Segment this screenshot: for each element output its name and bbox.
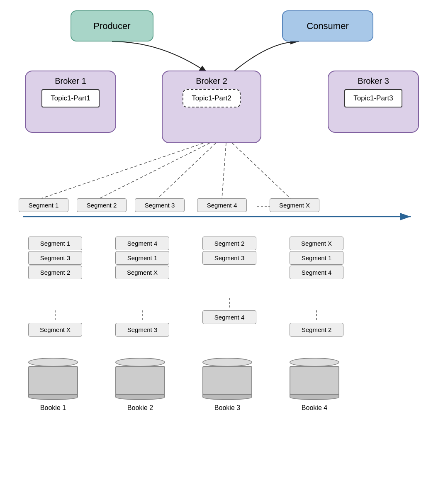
bookie4-label: Bookie 4 (302, 404, 327, 412)
broker1-topic: Topic1-Part1 (41, 89, 99, 107)
bookie4-cylinder: Bookie 4 (290, 357, 339, 412)
bookie3-top (202, 358, 252, 367)
bookie1-cylinder: Bookie 1 (28, 357, 78, 412)
svg-line-3 (100, 143, 209, 198)
stack4-seg1: Segment 1 (290, 251, 343, 265)
bookie2-cylinder: Bookie 2 (115, 357, 165, 412)
stack1-seg3: Segment 3 (28, 251, 82, 265)
stack2-seg1: Segment 1 (115, 251, 169, 265)
bookie1-body (28, 366, 78, 395)
bookie2-top (115, 358, 165, 367)
bookie4-body (290, 366, 339, 395)
broker3-topic: Topic1-Part3 (344, 89, 402, 107)
consumer-label: Consumer (307, 21, 348, 32)
bookie3-label: Bookie 3 (214, 404, 240, 412)
bookie3-body (202, 366, 252, 395)
broker1-title: Broker 1 (55, 76, 86, 86)
stack4-segx: Segment X (290, 237, 343, 250)
stack3-seg3: Segment 3 (202, 251, 256, 265)
broker1-box: Broker 1 Topic1-Part1 (25, 71, 116, 133)
bookie3-bottom (202, 394, 252, 400)
broker2-title: Broker 2 (196, 76, 227, 86)
stack3-seg4: Segment 4 (202, 310, 256, 324)
top-seg1: Segment 1 (19, 198, 68, 212)
producer-box: Producer (71, 10, 153, 41)
bookie3-cylinder: Bookie 3 (202, 357, 252, 412)
top-segx: Segment X (270, 198, 319, 212)
svg-line-5 (222, 143, 226, 198)
stack-bookie1: Segment 1 Segment 3 Segment 2 (28, 237, 82, 279)
svg-line-2 (41, 143, 203, 198)
bookie4-top (290, 358, 339, 367)
broker2-box: Broker 2 Topic1-Part2 (162, 71, 261, 143)
bookie1-top (28, 358, 78, 367)
svg-line-6 (232, 143, 290, 198)
stack4-seg4: Segment 4 (290, 266, 343, 279)
producer-label: Producer (93, 21, 130, 32)
stack1-segx: Segment X (28, 323, 82, 337)
stack3-seg2: Segment 2 (202, 237, 256, 250)
stack-bookie4: Segment X Segment 1 Segment 4 (290, 237, 343, 279)
stack-bookie3: Segment 2 Segment 3 (202, 237, 256, 265)
svg-line-4 (158, 143, 216, 198)
bookie2-label: Bookie 2 (127, 404, 153, 412)
stack4-seg2: Segment 2 (290, 323, 343, 337)
bookie4-bottom (290, 394, 339, 400)
top-seg2: Segment 2 (77, 198, 127, 212)
top-seg3: Segment 3 (135, 198, 185, 212)
stack2-seg3: Segment 3 (115, 323, 169, 337)
consumer-box: Consumer (282, 10, 373, 41)
broker3-box: Broker 3 Topic1-Part3 (328, 71, 419, 133)
broker3-title: Broker 3 (358, 76, 389, 86)
bookie2-body (115, 366, 165, 395)
stack1-seg2: Segment 2 (28, 266, 82, 279)
bookie1-bottom (28, 394, 78, 400)
stack1-seg1: Segment 1 (28, 237, 82, 250)
broker2-topic: Topic1-Part2 (183, 89, 240, 107)
stack2-segx: Segment X (115, 266, 169, 279)
bookie1-label: Bookie 1 (40, 404, 66, 412)
stack2-seg4: Segment 4 (115, 237, 169, 250)
stack-bookie2: Segment 4 Segment 1 Segment X (115, 237, 169, 279)
top-seg4: Segment 4 (197, 198, 247, 212)
bookie2-bottom (115, 394, 165, 400)
